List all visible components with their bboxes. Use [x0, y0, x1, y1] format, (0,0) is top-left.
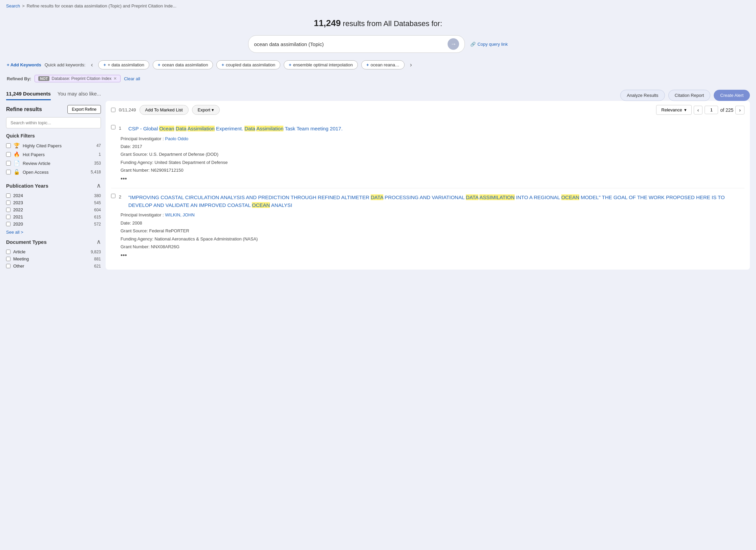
keywords-next-button[interactable]: › — [408, 61, 414, 69]
search-bar-container: → 🔗 Copy query link — [0, 32, 756, 58]
year-2022-checkbox[interactable] — [6, 208, 10, 212]
refined-by-bar: Refined By: NOT Database: Preprint Citat… — [0, 72, 756, 86]
result-2-title[interactable]: "IMPROVING COASTAL CIRCULATION ANALYSIS … — [128, 194, 744, 209]
result-1-investigator-link[interactable]: Paolo Oddo — [165, 136, 189, 141]
result-1-funding-agency: Funding Agency: United States Department… — [121, 158, 744, 166]
result-card-2: 2 "IMPROVING COASTAL CIRCULATION ANALYSI… — [111, 188, 744, 265]
highlight-ocean-r2: OCEAN — [561, 194, 579, 200]
result-2-investigator-link[interactable]: WILKIN, JOHN — [165, 212, 195, 217]
page-next-button[interactable]: › — [735, 106, 744, 114]
breadcrumb-search-link[interactable]: Search — [6, 3, 20, 8]
filter-hot-papers-checkbox[interactable] — [6, 152, 11, 157]
export-button[interactable]: Export ▾ — [192, 105, 220, 115]
keyword-pill-0[interactable]: ++ data assimilation — [98, 60, 149, 69]
keyword-pill-1[interactable]: +ocean data assimilation — [153, 60, 213, 69]
search-within-input[interactable] — [6, 117, 101, 128]
fire-icon: 🔥 — [14, 151, 20, 157]
filter-open-access-checkbox[interactable] — [6, 170, 11, 174]
results-total-badge: 0/11,249 — [119, 107, 136, 112]
keyword-pill-3[interactable]: +ensemble optimal interpolation — [284, 60, 358, 69]
filter-review-article-checkbox[interactable] — [6, 161, 11, 166]
year-2020-count: 572 — [94, 222, 101, 227]
result-1-more-button[interactable]: ••• — [121, 175, 744, 183]
filter-review-article-count: 353 — [94, 161, 101, 166]
toolbar-buttons: Analyze Results Citation Report Create A… — [620, 90, 750, 101]
keywords-prev-button[interactable]: ‹ — [89, 61, 95, 69]
tab-documents[interactable]: 11,249 Documents — [6, 91, 51, 100]
copy-query-link[interactable]: 🔗 Copy query link — [470, 42, 508, 47]
breadcrumb-current: Refine results for ocean data assimilati… — [27, 3, 176, 8]
year-2021-count: 615 — [94, 215, 101, 219]
tab-also-like-label: You may also like... — [58, 91, 101, 97]
year-2024-label: 2024 — [13, 193, 91, 198]
filter-highly-cited-checkbox[interactable] — [6, 143, 11, 148]
page-prev-button[interactable]: ‹ — [694, 106, 703, 114]
relevance-label: Relevance — [661, 107, 682, 112]
highlight-data-r2: DATA — [371, 194, 383, 200]
result-1-title[interactable]: CSP - Global Ocean Data Assimilation Exp… — [128, 125, 343, 133]
tab-docs-count: 11,249 — [6, 91, 22, 97]
result-card-1: 1 CSP - Global Ocean Data Assimilation E… — [111, 120, 744, 188]
result-1-num: 1 — [119, 126, 125, 131]
result-1-investigator: Principal Investigator : Paolo Oddo — [121, 135, 744, 143]
search-go-icon: → — [450, 41, 456, 48]
filter-open-access: 🔓 Open Access 5,418 — [6, 168, 101, 176]
result-1-date: Date: 2017 — [121, 143, 744, 150]
result-2-investigator: Principal Investigator : WILKIN, JOHN — [121, 211, 744, 219]
year-2023-label: 2023 — [13, 200, 91, 205]
citation-report-button[interactable]: Citation Report — [668, 90, 711, 101]
highlight-ocean-r2-2: OCEAN — [252, 202, 270, 208]
doctype-meeting-checkbox[interactable] — [6, 257, 10, 261]
highlight-data-1: Data — [176, 126, 187, 131]
highlight-data-r2-2: DATA — [466, 194, 478, 200]
result-2-more-button[interactable]: ••• — [121, 252, 744, 259]
filter-highly-cited-label: Highly Cited Papers — [23, 143, 94, 148]
year-2023: 2023 545 — [6, 199, 101, 206]
result-1-grant-number: Grant Number: N629091712150 — [121, 166, 744, 174]
result-2-meta: Principal Investigator : WILKIN, JOHN Da… — [121, 211, 744, 251]
year-2020-checkbox[interactable] — [6, 222, 10, 226]
see-all-years-link[interactable]: See all > — [6, 230, 23, 235]
doctype-other-checkbox[interactable] — [6, 264, 10, 268]
result-1-checkbox[interactable] — [111, 125, 115, 129]
search-go-button[interactable]: → — [448, 38, 459, 50]
filter-hot-papers-label: Hot Papers — [23, 152, 96, 157]
keyword-pill-4[interactable]: +ocean reana… — [361, 60, 405, 69]
year-2023-checkbox[interactable] — [6, 200, 10, 205]
clear-all-link[interactable]: Clear all — [124, 76, 140, 81]
keyword-pill-2[interactable]: +coupled data assimilation — [216, 60, 280, 69]
add-keywords-button[interactable]: + Add Keywords — [7, 62, 41, 67]
result-2-funding-agency: Funding Agency: National Aeronautics & S… — [121, 235, 744, 243]
doctype-article: Article 9,823 — [6, 248, 101, 255]
analyze-results-button[interactable]: Analyze Results — [620, 90, 665, 101]
result-2-checkbox[interactable] — [111, 194, 115, 198]
result-2-grant-source: Grant Source: Federal RePORTER — [121, 227, 744, 235]
relevance-sort-button[interactable]: Relevance ▾ — [656, 105, 691, 115]
create-alert-button[interactable]: Create Alert — [714, 90, 750, 101]
pub-years-collapse-button[interactable]: ∧ — [96, 182, 101, 189]
refined-tag-text: Database: Preprint Citation Index — [51, 76, 111, 81]
year-2020-label: 2020 — [13, 221, 91, 227]
result-header-2: 2 "IMPROVING COASTAL CIRCULATION ANALYSI… — [111, 194, 744, 209]
tabs-toolbar: 11,249 Documents You may also like... An… — [0, 86, 756, 101]
export-refine-button[interactable]: Export Refine — [67, 105, 101, 114]
doctype-article-label: Article — [13, 249, 88, 254]
relevance-chevron-icon: ▾ — [684, 107, 687, 112]
page-number-input[interactable] — [705, 106, 718, 114]
add-to-marked-list-button[interactable]: Add To Marked List — [139, 105, 189, 115]
doctype-other-count: 621 — [94, 264, 101, 269]
doctype-article-checkbox[interactable] — [6, 250, 10, 254]
quick-add-label: Quick add keywords: — [45, 62, 86, 67]
year-2021-checkbox[interactable] — [6, 215, 10, 219]
year-2024-checkbox[interactable] — [6, 193, 10, 198]
pub-years-section: Publication Years ∧ — [6, 182, 101, 189]
doctype-other: Other 621 — [6, 262, 101, 270]
search-input[interactable] — [254, 41, 444, 47]
doctype-other-label: Other — [13, 263, 91, 269]
select-all-checkbox[interactable] — [111, 108, 115, 112]
remove-refined-tag-button[interactable]: ✕ — [113, 76, 117, 81]
sidebar-top: Refine results Export Refine — [6, 105, 101, 114]
tab-also-like[interactable]: You may also like... — [58, 91, 101, 100]
doc-types-collapse-button[interactable]: ∧ — [96, 238, 101, 246]
document-icon: 📄 — [14, 160, 20, 166]
